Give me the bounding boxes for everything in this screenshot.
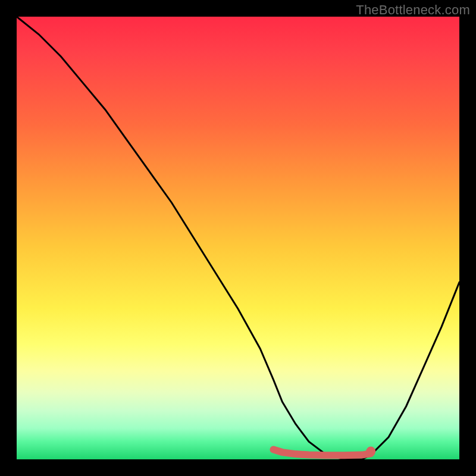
chart-frame: TheBottleneck.com <box>0 0 476 476</box>
highlight-end-dot <box>366 447 375 456</box>
plot-area <box>17 17 459 459</box>
bottleneck-curve <box>17 17 459 459</box>
bottleneck-curve-svg <box>17 17 459 459</box>
watermark-text: TheBottleneck.com <box>356 2 470 18</box>
highlight-segment <box>274 450 371 456</box>
